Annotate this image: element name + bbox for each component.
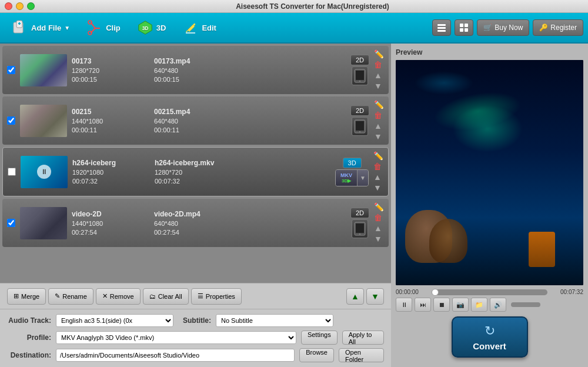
move-down-icon-3[interactable]: ▼ (373, 183, 383, 192)
file-source-col-2: 00215 1440*1080 00:00:11 (72, 108, 142, 134)
window-title: Aiseesoft TS Converter for Mac(Unregiste… (42, 2, 583, 11)
grid-view-button[interactable] (455, 19, 473, 36)
rename-icon: ✎ (55, 292, 60, 300)
output-device-2[interactable] (352, 117, 368, 136)
register-icon: 🔑 (539, 24, 548, 32)
delete-icon-1[interactable]: 🗑 (374, 60, 384, 69)
destination-input[interactable] (56, 349, 295, 362)
open-folder-ctrl-button[interactable]: 📁 (471, 298, 487, 312)
convert-icon: ↻ (485, 323, 495, 339)
svg-rect-13 (437, 27, 446, 29)
audio-track-select[interactable]: English ac3 5.1(side) (0x (56, 314, 173, 327)
properties-button[interactable]: ☰ Properties (191, 288, 242, 305)
file-info-3: h264-iceberg 1920*1080 00:07:32 h264-ice… (72, 159, 330, 185)
volume-slider[interactable] (511, 302, 540, 307)
mode-badge-3[interactable]: 3D (343, 158, 362, 168)
buy-now-button[interactable]: 🛒 Buy Now (477, 19, 529, 36)
edit-icon-3[interactable]: ✏️ (373, 151, 383, 161)
profile-label: Profile: (7, 333, 51, 342)
move-down-icon-2[interactable]: ▼ (374, 132, 384, 141)
move-up-icon-1[interactable]: ▲ (374, 71, 384, 80)
settings-button[interactable]: Settings (301, 331, 338, 345)
svg-point-21 (359, 81, 360, 82)
add-file-button[interactable]: Add File ▼ (5, 16, 77, 39)
mkv-format-badge[interactable]: MKV 3D▶ ▼ (335, 169, 369, 186)
register-button[interactable]: 🔑 Register (533, 19, 583, 36)
profile-row: Profile: MKV Anaglyph 3D Video (*.mkv) S… (7, 331, 384, 345)
file-checkbox-4[interactable] (7, 219, 15, 227)
file-checkbox-1[interactable] (7, 66, 15, 74)
time-current: 00:00:00 (396, 289, 428, 295)
remove-label: Remove (110, 293, 134, 300)
delete-icon-3[interactable]: 🗑 (373, 162, 383, 171)
destination-row: Destination: Browse Open Folder (7, 348, 384, 362)
toolbar-right: 🛒 Buy Now 🔑 Register (432, 19, 583, 36)
browse-button[interactable]: Browse (299, 348, 334, 362)
3d-button[interactable]: 3D 3D (130, 16, 173, 39)
file-dur-3: 00:07:32 (72, 178, 143, 185)
output-device-4[interactable] (352, 219, 368, 238)
edit-icon-1[interactable]: ✏️ (374, 49, 384, 59)
volume-icon[interactable]: 🔊 (490, 298, 506, 312)
svg-rect-15 (460, 24, 463, 27)
edit-icon-4[interactable]: ✏️ (374, 202, 384, 212)
mode-badge-4[interactable]: 2D (350, 208, 369, 218)
profile-select[interactable]: MKV Anaglyph 3D Video (*.mkv) (56, 331, 296, 344)
file-action-toolbar: ⊞ Merge ✎ Rename ✕ Remove 🗂 Clear All ☰ … (0, 283, 391, 309)
clear-all-button[interactable]: 🗂 Clear All (143, 288, 189, 305)
fast-forward-button[interactable]: ⏭ (415, 298, 431, 312)
open-folder-button[interactable]: Open Folder (339, 348, 384, 362)
window-controls[interactable] (5, 2, 35, 10)
side-controls-3: ✏️ 🗑 ▲ ▼ (373, 151, 383, 192)
move-down-button[interactable]: ▼ (366, 288, 384, 305)
play-overlay-3[interactable]: ⏸ (37, 165, 51, 179)
move-up-icon-2[interactable]: ▲ (374, 121, 384, 131)
file-output-name-1: 00173.mp4 (154, 57, 225, 65)
move-down-icon-1[interactable]: ▼ (374, 81, 384, 91)
maximize-button[interactable] (27, 2, 35, 10)
clip-button[interactable]: Clip (79, 16, 128, 39)
preview-label: Preview (396, 48, 583, 56)
rename-button[interactable]: ✎ Rename (48, 288, 93, 305)
edit-button[interactable]: Edit (175, 16, 223, 39)
merge-button[interactable]: ⊞ Merge (7, 288, 46, 305)
file-output-col-3: h264-iceberg.mkv 1280*720 00:07:32 (155, 159, 225, 185)
stop-button[interactable]: ⏹ (433, 298, 450, 312)
file-checkbox-2[interactable] (7, 116, 15, 125)
list-view-button[interactable] (432, 19, 451, 36)
side-controls-4: ✏️ 🗑 ▲ ▼ (374, 202, 384, 243)
pause-button[interactable]: ⏸ (396, 298, 412, 312)
edit-icon-2[interactable]: ✏️ (374, 100, 384, 109)
close-button[interactable] (5, 2, 12, 10)
clear-icon: 🗂 (149, 293, 156, 300)
minimize-button[interactable] (16, 2, 24, 10)
move-up-icon-3[interactable]: ▲ (373, 172, 383, 182)
delete-icon-4[interactable]: 🗑 (374, 213, 384, 222)
add-file-dropdown-icon[interactable]: ▼ (64, 25, 70, 31)
file-output-name-3: h264-iceberg.mkv (155, 159, 225, 167)
svg-rect-20 (356, 71, 364, 80)
convert-button[interactable]: ↻ Convert (452, 316, 528, 358)
progress-thumb[interactable] (432, 289, 439, 296)
file-output-dur-4: 00:27:54 (154, 229, 225, 236)
move-up-icon-4[interactable]: ▲ (374, 223, 384, 233)
svg-rect-16 (465, 24, 468, 27)
svg-rect-17 (460, 28, 463, 32)
output-device-1[interactable] (352, 66, 368, 85)
mode-badge-2[interactable]: 2D (350, 105, 369, 116)
file-checkbox-3[interactable] (8, 168, 16, 176)
delete-icon-2[interactable]: 🗑 (374, 111, 384, 120)
main-toolbar: Add File ▼ Clip 3D 3D (0, 13, 588, 44)
remove-button[interactable]: ✕ Remove (96, 288, 141, 305)
convert-section: ↻ Convert (396, 312, 583, 362)
progress-bar[interactable] (432, 289, 547, 295)
mkv-dropdown-icon[interactable]: ▼ (357, 170, 368, 186)
move-down-icon-4[interactable]: ▼ (374, 234, 384, 243)
subtitle-select[interactable]: No Subtitle (216, 314, 333, 327)
mode-badge-1[interactable]: 2D (350, 55, 369, 65)
file-res-2: 1440*1080 (72, 118, 142, 125)
move-up-button[interactable]: ▲ (346, 288, 364, 305)
remove-icon: ✕ (102, 292, 108, 300)
apply-to-all-button[interactable]: Apply to All (342, 331, 384, 345)
screenshot-button[interactable]: 📷 (452, 298, 469, 312)
